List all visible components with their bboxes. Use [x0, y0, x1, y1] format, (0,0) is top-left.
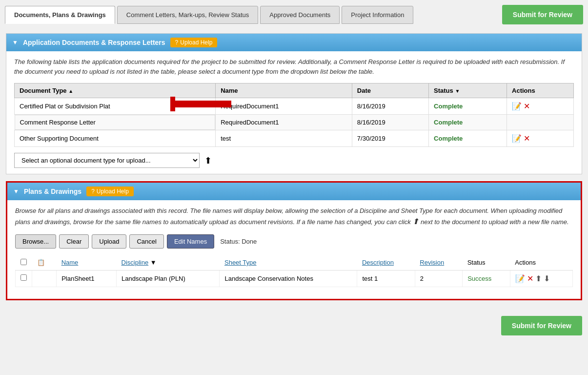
- name-cell: test: [216, 130, 352, 147]
- tab-documents-plans-drawings[interactable]: Documents, Plans & Drawings: [5, 6, 115, 24]
- col-plan-status: Status: [463, 255, 510, 271]
- plans-table: 📋 Name Discipline ▼ Sheet Type: [15, 255, 573, 287]
- col-status[interactable]: Status: [429, 83, 507, 98]
- delete-icon[interactable]: ✕: [524, 134, 530, 143]
- header-tabs-bar: Documents, Plans & Drawings Comment Lett…: [0, 0, 588, 29]
- col-name[interactable]: Name: [216, 83, 352, 98]
- col-revision[interactable]: Revision: [415, 255, 462, 271]
- main-content: ▼ Application Documents & Response Lette…: [0, 29, 588, 311]
- select-all-checkbox[interactable]: [20, 259, 27, 265]
- col-actions: Actions: [507, 83, 574, 98]
- action-icons: 📝 ✕: [512, 134, 568, 143]
- revision-cell: 2: [415, 270, 462, 287]
- edit-icon[interactable]: 📝: [512, 102, 522, 111]
- col-date[interactable]: Date: [352, 83, 428, 98]
- plans-section-body: Browse for all plans and drawings associ…: [7, 200, 581, 299]
- download-icon[interactable]: ⬇: [544, 274, 550, 283]
- app-docs-title: Application Documents & Response Letters: [23, 39, 165, 46]
- edit-icon[interactable]: 📝: [515, 274, 525, 283]
- submit-for-review-bottom-button[interactable]: Submit for Review: [501, 316, 582, 335]
- upload-to-cloud-icon[interactable]: ⬆: [204, 155, 212, 166]
- col-discipline[interactable]: Discipline ▼: [117, 255, 220, 271]
- edit-icon[interactable]: 📝: [512, 134, 522, 143]
- description-cell: test 1: [357, 270, 415, 287]
- col-description[interactable]: Description: [357, 255, 415, 271]
- plans-title: Plans & Drawings: [24, 188, 81, 195]
- actions-cell: [507, 115, 574, 130]
- plan-status-cell: Success: [463, 270, 510, 287]
- submit-for-review-top-button[interactable]: Submit for Review: [502, 5, 583, 24]
- action-icons: 📝 ✕: [512, 102, 568, 111]
- date-cell: 8/16/2019: [352, 98, 428, 115]
- actions-cell: 📝 ✕: [507, 98, 574, 115]
- name-cell: RequiredDocument1: [216, 115, 352, 130]
- col-sheet-type[interactable]: Sheet Type: [220, 255, 357, 271]
- question-icon: ?: [175, 39, 179, 46]
- app-docs-section-body: The following table lists the applicatio…: [6, 51, 582, 174]
- copy-all-icon[interactable]: 📋: [37, 259, 45, 266]
- upload-revision-icon: ⬆: [412, 217, 419, 226]
- plans-upload-help-button[interactable]: ? Upload Help: [86, 187, 134, 196]
- plan-action-icons: 📝 ✕ ⬆ ⬇: [515, 274, 568, 283]
- plans-table-header-row: 📋 Name Discipline ▼ Sheet Type: [16, 255, 573, 271]
- clear-button[interactable]: Clear: [59, 234, 89, 249]
- row-checkbox[interactable]: [20, 274, 27, 281]
- col-doc-type[interactable]: Document Type: [15, 83, 216, 98]
- plans-section-header: ▼ Plans & Drawings ? Upload Help: [7, 183, 581, 200]
- sheet-type-sort-link[interactable]: Sheet Type: [224, 259, 257, 266]
- tab-comment-letters[interactable]: Comment Letters, Mark-ups, Review Status: [117, 6, 258, 24]
- plans-action-buttons-row: Browse... Clear Upload Cancel Edit Names…: [15, 234, 573, 249]
- col-plan-name[interactable]: Name: [57, 255, 117, 271]
- description-sort-link[interactable]: Description: [362, 259, 394, 266]
- table-row: PlanSheet1 Landscape Plan (PLN) Landscap…: [16, 270, 573, 287]
- doc-type-cell: Certified Plat or Subdivision Plat: [15, 98, 216, 115]
- plans-toggle-icon[interactable]: ▼: [13, 188, 19, 195]
- discipline-sort-link[interactable]: Discipline: [122, 259, 149, 266]
- tab-project-information[interactable]: Project Information: [342, 6, 413, 24]
- name-sort-link[interactable]: Name: [61, 259, 79, 266]
- app-docs-upload-help-button[interactable]: ? Upload Help: [170, 38, 218, 47]
- status-cell: Complete: [429, 115, 507, 130]
- tab-approved-documents[interactable]: Approved Documents: [260, 6, 340, 24]
- table-row: Comment Response Letter RequiredDocument…: [15, 115, 574, 130]
- sheet-type-cell: Landscape Conservation Notes: [220, 270, 357, 287]
- status-cell: Complete: [429, 130, 507, 147]
- actions-cell: 📝 ✕: [507, 130, 574, 147]
- browse-button[interactable]: Browse...: [15, 234, 56, 249]
- app-docs-description: The following table lists the applicatio…: [14, 57, 574, 76]
- doc-type-cell: Comment Response Letter: [15, 115, 216, 130]
- question-icon: ?: [91, 188, 95, 195]
- date-cell: 7/30/2019: [352, 130, 428, 147]
- col-plan-actions: Actions: [510, 255, 572, 271]
- plans-drawings-section: ▼ Plans & Drawings ? Upload Help Browse …: [6, 181, 582, 300]
- app-docs-section-header: ▼ Application Documents & Response Lette…: [6, 34, 582, 51]
- name-cell: RequiredDocument1: [216, 98, 352, 115]
- doc-type-cell: Other Supporting Document: [15, 130, 216, 147]
- table-row: Certified Plat or Subdivision Plat Requi…: [15, 98, 574, 115]
- date-cell: 8/16/2019: [352, 115, 428, 130]
- row-copy-cell: [32, 270, 57, 287]
- upload-revision-row-icon[interactable]: ⬆: [535, 274, 542, 283]
- delete-icon[interactable]: ✕: [524, 102, 530, 111]
- revision-sort-link[interactable]: Revision: [420, 259, 444, 266]
- discipline-sort-icon: ▼: [150, 259, 157, 266]
- plans-description: Browse for all plans and drawings associ…: [15, 206, 573, 228]
- optional-doc-type-row: Select an optional document type for upl…: [14, 153, 574, 168]
- col-select-all: [16, 255, 32, 271]
- status-cell: Complete: [429, 98, 507, 115]
- arrow-container: Document Type Name Date Status: [14, 83, 574, 147]
- upload-button[interactable]: Upload: [92, 234, 126, 249]
- app-docs-section: ▼ Application Documents & Response Lette…: [6, 33, 582, 174]
- plan-name-cell: PlanSheet1: [57, 270, 117, 287]
- plan-actions-cell: 📝 ✕ ⬆ ⬇: [510, 270, 572, 287]
- col-copy-icon: 📋: [32, 255, 57, 271]
- discipline-cell: Landscape Plan (PLN): [117, 270, 220, 287]
- row-checkbox-cell: [16, 270, 32, 287]
- app-docs-toggle-icon[interactable]: ▼: [12, 39, 18, 46]
- app-docs-table-header-row: Document Type Name Date Status: [15, 83, 574, 98]
- delete-icon[interactable]: ✕: [527, 274, 533, 283]
- optional-doc-type-select[interactable]: Select an optional document type for upl…: [14, 153, 200, 168]
- app-docs-table: Document Type Name Date Status: [14, 83, 574, 147]
- edit-names-button[interactable]: Edit Names: [167, 234, 214, 249]
- cancel-button[interactable]: Cancel: [129, 234, 163, 249]
